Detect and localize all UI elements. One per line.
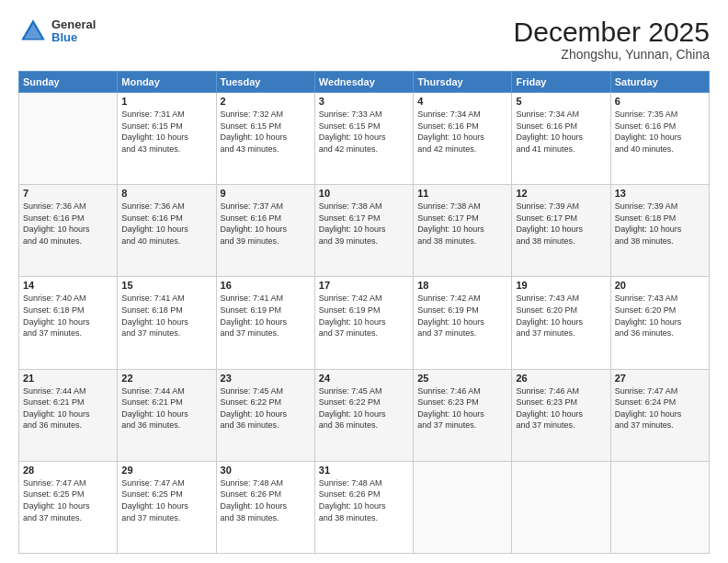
week-row-1: 1Sunrise: 7:31 AMSunset: 6:15 PMDaylight… <box>19 93 710 185</box>
day-number: 10 <box>319 188 409 199</box>
day-number: 9 <box>221 188 311 199</box>
day-number: 1 <box>121 96 211 107</box>
day-info: Sunrise: 7:38 AMSunset: 6:17 PMDaylight:… <box>417 201 507 247</box>
day-info: Sunrise: 7:31 AMSunset: 6:15 PMDaylight:… <box>121 109 211 155</box>
calendar-cell: 8Sunrise: 7:36 AMSunset: 6:16 PMDaylight… <box>118 185 216 277</box>
day-number: 20 <box>615 280 705 291</box>
day-number: 12 <box>516 188 606 199</box>
calendar-cell: 6Sunrise: 7:35 AMSunset: 6:16 PMDaylight… <box>610 93 709 185</box>
day-number: 27 <box>615 373 705 384</box>
day-info: Sunrise: 7:40 AMSunset: 6:18 PMDaylight:… <box>23 293 113 339</box>
calendar-cell: 24Sunrise: 7:45 AMSunset: 6:22 PMDayligh… <box>314 369 413 461</box>
calendar-cell: 1Sunrise: 7:31 AMSunset: 6:15 PMDaylight… <box>118 93 216 185</box>
calendar-cell: 21Sunrise: 7:44 AMSunset: 6:21 PMDayligh… <box>19 369 118 461</box>
day-info: Sunrise: 7:46 AMSunset: 6:23 PMDaylight:… <box>417 385 507 431</box>
day-info: Sunrise: 7:43 AMSunset: 6:20 PMDaylight:… <box>516 293 606 339</box>
calendar-cell: 30Sunrise: 7:48 AMSunset: 6:26 PMDayligh… <box>216 461 314 553</box>
day-header-sunday: Sunday <box>19 72 118 93</box>
day-info: Sunrise: 7:43 AMSunset: 6:20 PMDaylight:… <box>615 293 705 339</box>
calendar-cell: 23Sunrise: 7:45 AMSunset: 6:22 PMDayligh… <box>216 369 314 461</box>
day-info: Sunrise: 7:41 AMSunset: 6:19 PMDaylight:… <box>221 293 311 339</box>
day-info: Sunrise: 7:48 AMSunset: 6:26 PMDaylight:… <box>221 477 311 523</box>
week-row-4: 21Sunrise: 7:44 AMSunset: 6:21 PMDayligh… <box>19 369 710 461</box>
day-info: Sunrise: 7:39 AMSunset: 6:17 PMDaylight:… <box>516 201 606 247</box>
day-number: 22 <box>121 373 211 384</box>
day-number: 4 <box>417 96 507 107</box>
day-header-saturday: Saturday <box>610 72 709 93</box>
day-info: Sunrise: 7:33 AMSunset: 6:15 PMDaylight:… <box>319 109 409 155</box>
logo-text: General Blue <box>51 18 96 45</box>
calendar-cell: 19Sunrise: 7:43 AMSunset: 6:20 PMDayligh… <box>512 277 610 369</box>
calendar-cell: 9Sunrise: 7:37 AMSunset: 6:16 PMDaylight… <box>216 185 314 277</box>
calendar-cell: 2Sunrise: 7:32 AMSunset: 6:15 PMDaylight… <box>216 93 314 185</box>
week-row-5: 28Sunrise: 7:47 AMSunset: 6:25 PMDayligh… <box>19 461 710 553</box>
calendar-subtitle: Zhongshu, Yunnan, China <box>514 47 710 62</box>
calendar-cell: 4Sunrise: 7:34 AMSunset: 6:16 PMDaylight… <box>414 93 512 185</box>
calendar-header: SundayMondayTuesdayWednesdayThursdayFrid… <box>19 72 710 93</box>
day-info: Sunrise: 7:34 AMSunset: 6:16 PMDaylight:… <box>516 109 606 155</box>
day-info: Sunrise: 7:44 AMSunset: 6:21 PMDaylight:… <box>23 385 113 431</box>
day-number: 30 <box>221 465 311 476</box>
calendar-cell: 5Sunrise: 7:34 AMSunset: 6:16 PMDaylight… <box>512 93 610 185</box>
day-info: Sunrise: 7:45 AMSunset: 6:22 PMDaylight:… <box>319 385 409 431</box>
day-number: 28 <box>23 465 113 476</box>
week-row-3: 14Sunrise: 7:40 AMSunset: 6:18 PMDayligh… <box>19 277 710 369</box>
calendar-cell: 11Sunrise: 7:38 AMSunset: 6:17 PMDayligh… <box>414 185 512 277</box>
calendar-table: SundayMondayTuesdayWednesdayThursdayFrid… <box>18 71 710 554</box>
calendar-cell: 22Sunrise: 7:44 AMSunset: 6:21 PMDayligh… <box>118 369 216 461</box>
day-info: Sunrise: 7:41 AMSunset: 6:18 PMDaylight:… <box>121 293 211 339</box>
calendar-body: 1Sunrise: 7:31 AMSunset: 6:15 PMDaylight… <box>19 93 710 554</box>
title-block: December 2025 Zhongshu, Yunnan, China <box>514 17 710 62</box>
day-number: 14 <box>23 280 113 291</box>
day-number: 3 <box>319 96 409 107</box>
day-headers-row: SundayMondayTuesdayWednesdayThursdayFrid… <box>19 72 710 93</box>
day-info: Sunrise: 7:34 AMSunset: 6:16 PMDaylight:… <box>417 109 507 155</box>
logo-blue-text: Blue <box>51 31 96 44</box>
calendar-cell: 15Sunrise: 7:41 AMSunset: 6:18 PMDayligh… <box>118 277 216 369</box>
calendar-cell: 28Sunrise: 7:47 AMSunset: 6:25 PMDayligh… <box>19 461 118 553</box>
day-number: 23 <box>221 373 311 384</box>
day-number: 26 <box>516 373 606 384</box>
logo-general-text: General <box>51 18 96 31</box>
page: General Blue December 2025 Zhongshu, Yun… <box>0 0 728 563</box>
calendar-title: December 2025 <box>514 17 710 47</box>
calendar-cell: 31Sunrise: 7:48 AMSunset: 6:26 PMDayligh… <box>314 461 413 553</box>
calendar-cell: 18Sunrise: 7:42 AMSunset: 6:19 PMDayligh… <box>414 277 512 369</box>
calendar-cell: 26Sunrise: 7:46 AMSunset: 6:23 PMDayligh… <box>512 369 610 461</box>
calendar-cell: 27Sunrise: 7:47 AMSunset: 6:24 PMDayligh… <box>610 369 709 461</box>
day-info: Sunrise: 7:39 AMSunset: 6:18 PMDaylight:… <box>615 201 705 247</box>
day-number: 29 <box>121 465 211 476</box>
day-number: 8 <box>121 188 211 199</box>
day-info: Sunrise: 7:47 AMSunset: 6:25 PMDaylight:… <box>23 477 113 523</box>
week-row-2: 7Sunrise: 7:36 AMSunset: 6:16 PMDaylight… <box>19 185 710 277</box>
day-info: Sunrise: 7:47 AMSunset: 6:24 PMDaylight:… <box>615 385 705 431</box>
calendar-cell <box>610 461 709 553</box>
calendar-cell: 20Sunrise: 7:43 AMSunset: 6:20 PMDayligh… <box>610 277 709 369</box>
day-info: Sunrise: 7:38 AMSunset: 6:17 PMDaylight:… <box>319 201 409 247</box>
day-number: 21 <box>23 373 113 384</box>
day-info: Sunrise: 7:42 AMSunset: 6:19 PMDaylight:… <box>417 293 507 339</box>
calendar-cell <box>512 461 610 553</box>
day-number: 11 <box>417 188 507 199</box>
calendar-cell: 17Sunrise: 7:42 AMSunset: 6:19 PMDayligh… <box>314 277 413 369</box>
calendar-cell: 7Sunrise: 7:36 AMSunset: 6:16 PMDaylight… <box>19 185 118 277</box>
day-info: Sunrise: 7:42 AMSunset: 6:19 PMDaylight:… <box>319 293 409 339</box>
logo-icon <box>18 17 48 46</box>
day-number: 19 <box>516 280 606 291</box>
day-number: 31 <box>319 465 409 476</box>
day-header-monday: Monday <box>118 72 216 93</box>
day-number: 16 <box>221 280 311 291</box>
day-number: 17 <box>319 280 409 291</box>
calendar-cell: 29Sunrise: 7:47 AMSunset: 6:25 PMDayligh… <box>118 461 216 553</box>
day-info: Sunrise: 7:47 AMSunset: 6:25 PMDaylight:… <box>121 477 211 523</box>
header: General Blue December 2025 Zhongshu, Yun… <box>18 17 710 62</box>
calendar-cell: 12Sunrise: 7:39 AMSunset: 6:17 PMDayligh… <box>512 185 610 277</box>
day-info: Sunrise: 7:36 AMSunset: 6:16 PMDaylight:… <box>121 201 211 247</box>
day-info: Sunrise: 7:44 AMSunset: 6:21 PMDaylight:… <box>121 385 211 431</box>
day-info: Sunrise: 7:36 AMSunset: 6:16 PMDaylight:… <box>23 201 113 247</box>
calendar-cell <box>19 93 118 185</box>
day-header-thursday: Thursday <box>414 72 512 93</box>
calendar-cell: 14Sunrise: 7:40 AMSunset: 6:18 PMDayligh… <box>19 277 118 369</box>
day-header-tuesday: Tuesday <box>216 72 314 93</box>
day-info: Sunrise: 7:32 AMSunset: 6:15 PMDaylight:… <box>221 109 311 155</box>
